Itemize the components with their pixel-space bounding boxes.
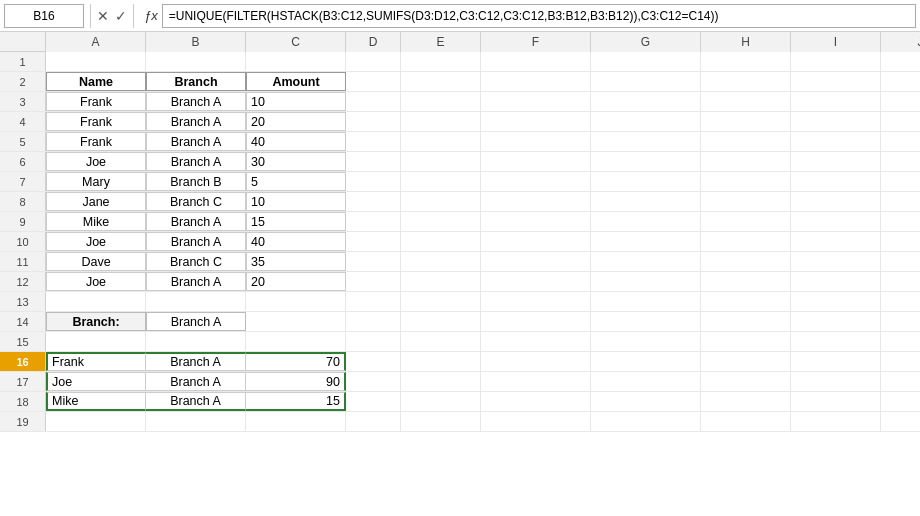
cell-k18[interactable] [881, 392, 920, 411]
cell-g11[interactable] [481, 252, 591, 271]
cell-e12[interactable] [346, 272, 401, 291]
cell-e11[interactable] [346, 252, 401, 271]
cell-c9[interactable]: Branch A [146, 212, 246, 231]
cell-j12[interactable] [791, 272, 881, 291]
cell-d11[interactable]: 35 [246, 252, 346, 271]
cell-f8[interactable] [401, 192, 481, 211]
cell-g16[interactable] [481, 352, 591, 371]
cell-j11[interactable] [791, 252, 881, 271]
cell-g1[interactable] [481, 52, 591, 71]
cell-e5[interactable] [346, 132, 401, 151]
cell-d1[interactable] [246, 52, 346, 71]
cell-e8[interactable] [346, 192, 401, 211]
cell-d8[interactable]: 10 [246, 192, 346, 211]
cell-h5[interactable] [591, 132, 701, 151]
cell-k8[interactable] [881, 192, 920, 211]
cell-b7[interactable]: Mary [46, 172, 146, 191]
cell-i9[interactable] [701, 212, 791, 231]
cell-g13[interactable] [481, 292, 591, 311]
cell-k2[interactable] [881, 72, 920, 91]
cell-c6[interactable]: Branch A [146, 152, 246, 171]
cell-d13[interactable] [246, 292, 346, 311]
cell-b12[interactable]: Joe [46, 272, 146, 291]
cell-k14[interactable] [881, 312, 920, 331]
cell-c10[interactable]: Branch A [146, 232, 246, 251]
cell-g2[interactable] [481, 72, 591, 91]
cell-d4[interactable]: 20 [246, 112, 346, 131]
cell-b15[interactable] [46, 332, 146, 351]
cell-c7[interactable]: Branch B [146, 172, 246, 191]
cell-j9[interactable] [791, 212, 881, 231]
confirm-icon[interactable]: ✓ [115, 8, 127, 24]
cell-e4[interactable] [346, 112, 401, 131]
cell-g18[interactable] [481, 392, 591, 411]
cell-k3[interactable] [881, 92, 920, 111]
cell-e7[interactable] [346, 172, 401, 191]
cell-h14[interactable] [591, 312, 701, 331]
cell-h8[interactable] [591, 192, 701, 211]
cell-e9[interactable] [346, 212, 401, 231]
cell-j19[interactable] [791, 412, 881, 431]
cell-e13[interactable] [346, 292, 401, 311]
cell-i2[interactable] [701, 72, 791, 91]
cell-f7[interactable] [401, 172, 481, 191]
cell-f9[interactable] [401, 212, 481, 231]
cell-b1[interactable] [46, 52, 146, 71]
cell-h19[interactable] [591, 412, 701, 431]
cell-i16[interactable] [701, 352, 791, 371]
col-header-b[interactable]: B [146, 32, 246, 52]
cell-k17[interactable] [881, 372, 920, 391]
cell-c16[interactable]: Branch A [146, 352, 246, 371]
cell-f13[interactable] [401, 292, 481, 311]
cell-h18[interactable] [591, 392, 701, 411]
cell-j7[interactable] [791, 172, 881, 191]
cell-k9[interactable] [881, 212, 920, 231]
cell-c18[interactable]: Branch A [146, 392, 246, 411]
cell-c11[interactable]: Branch C [146, 252, 246, 271]
cell-j2[interactable] [791, 72, 881, 91]
cell-e14[interactable] [346, 312, 401, 331]
cell-c1[interactable] [146, 52, 246, 71]
col-header-d[interactable]: D [346, 32, 401, 52]
cell-f1[interactable] [401, 52, 481, 71]
cell-f11[interactable] [401, 252, 481, 271]
cell-j16[interactable] [791, 352, 881, 371]
cell-k7[interactable] [881, 172, 920, 191]
cell-b2[interactable]: Name [46, 72, 146, 91]
cell-c12[interactable]: Branch A [146, 272, 246, 291]
cell-i1[interactable] [701, 52, 791, 71]
col-header-j[interactable]: J [881, 32, 920, 52]
cell-d6[interactable]: 30 [246, 152, 346, 171]
cell-h16[interactable] [591, 352, 701, 371]
col-header-h[interactable]: H [701, 32, 791, 52]
cell-k13[interactable] [881, 292, 920, 311]
cell-j6[interactable] [791, 152, 881, 171]
cell-i15[interactable] [701, 332, 791, 351]
cell-g12[interactable] [481, 272, 591, 291]
col-header-c[interactable]: C [246, 32, 346, 52]
cell-g19[interactable] [481, 412, 591, 431]
cell-f2[interactable] [401, 72, 481, 91]
cell-k6[interactable] [881, 152, 920, 171]
cell-g8[interactable] [481, 192, 591, 211]
col-header-i[interactable]: I [791, 32, 881, 52]
cell-k4[interactable] [881, 112, 920, 131]
cell-i6[interactable] [701, 152, 791, 171]
cell-i11[interactable] [701, 252, 791, 271]
cell-d19[interactable] [246, 412, 346, 431]
cell-i13[interactable] [701, 292, 791, 311]
cell-b16[interactable]: Frank [46, 352, 146, 371]
cell-c14-branch-value[interactable]: Branch A [146, 312, 246, 331]
cell-c15[interactable] [146, 332, 246, 351]
cell-k16[interactable] [881, 352, 920, 371]
cell-d17[interactable]: 90 [246, 372, 346, 391]
cell-f10[interactable] [401, 232, 481, 251]
cell-j17[interactable] [791, 372, 881, 391]
cell-b6[interactable]: Joe [46, 152, 146, 171]
cell-f3[interactable] [401, 92, 481, 111]
cell-b11[interactable]: Dave [46, 252, 146, 271]
cell-h9[interactable] [591, 212, 701, 231]
cell-h6[interactable] [591, 152, 701, 171]
cell-h1[interactable] [591, 52, 701, 71]
cell-d9[interactable]: 15 [246, 212, 346, 231]
